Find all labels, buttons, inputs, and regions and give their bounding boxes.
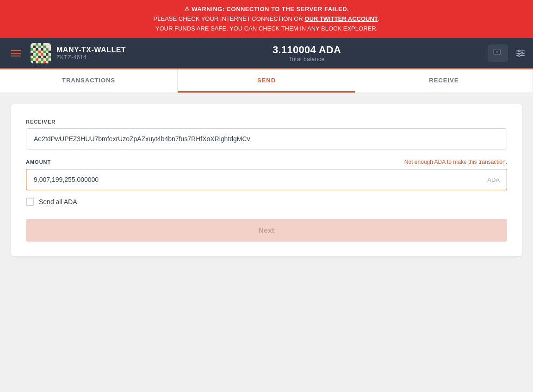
balance-display: 3.110004 ADA Total balance: [273, 44, 341, 62]
tab-transactions[interactable]: TRANSACTIONS: [0, 69, 178, 93]
amount-error: Not enough ADA to make this transaction.: [404, 159, 507, 165]
header-right: ✉ ↑ ↓: [488, 44, 526, 62]
settings-icon: [515, 48, 526, 58]
tab-send[interactable]: SEND: [178, 69, 355, 93]
warning-banner: ⚠ WARNING: CONNECTION TO THE SERVER FAIL…: [0, 0, 533, 38]
svg-rect-13: [49, 50, 51, 53]
send-receive-icon: ✉ ↑ ↓: [488, 44, 508, 62]
svg-rect-16: [41, 53, 43, 56]
nav-tabs: TRANSACTIONS SEND RECEIVE: [0, 69, 533, 93]
send-receive-button[interactable]: ✉ ↑ ↓: [488, 44, 508, 62]
svg-rect-1: [36, 43, 38, 46]
header-left: MANY-TX-WALLET ZKTZ-4614: [7, 43, 126, 63]
receiver-label: RECEIVER: [26, 119, 507, 124]
svg-rect-28: [43, 61, 46, 63]
warning-title: ⚠ WARNING: CONNECTION TO THE SERVER FAIL…: [9, 5, 524, 14]
svg-point-38: [518, 50, 520, 52]
send-all-row: Send all ADA: [26, 198, 507, 206]
svg-rect-23: [36, 58, 38, 61]
ada-suffix: ADA: [487, 176, 500, 183]
amount-input-wrapper: ADA: [26, 169, 507, 190]
settings-button[interactable]: [515, 48, 526, 58]
svg-rect-21: [49, 56, 51, 58]
svg-rect-10: [33, 50, 36, 53]
balance-label: Total balance: [273, 56, 341, 62]
svg-rect-24: [41, 58, 43, 61]
svg-rect-5: [43, 45, 46, 48]
svg-rect-8: [41, 48, 43, 51]
svg-rect-27: [38, 61, 41, 63]
app-header: MANY-TX-WALLET ZKTZ-4614 3.110004 ADA To…: [0, 38, 533, 69]
amount-row: AMOUNT Not enough ADA to make this trans…: [26, 159, 507, 165]
svg-rect-18: [33, 56, 36, 58]
warning-line2: PLEASE CHECK YOUR INTERNET CONNECTION OR…: [9, 14, 524, 24]
svg-text:↓: ↓: [501, 53, 502, 57]
wallet-name: MANY-TX-WALLET: [56, 46, 126, 54]
wallet-avatar: [31, 43, 51, 63]
receiver-input[interactable]: [26, 128, 507, 149]
menu-icon[interactable]: [7, 46, 25, 60]
svg-rect-15: [36, 53, 38, 56]
send-card: RECEIVER AMOUNT Not enough ADA to make t…: [11, 104, 522, 256]
warning-line3: YOUR FUNDS ARE SAFE, YOU CAN CHECK THEM …: [9, 24, 524, 34]
svg-text:✉: ✉: [496, 50, 498, 53]
wallet-id: ZKTZ-4614: [56, 54, 126, 61]
send-all-label[interactable]: Send all ADA: [39, 198, 77, 205]
svg-rect-25: [46, 58, 49, 61]
svg-rect-4: [38, 45, 41, 48]
svg-rect-19: [38, 56, 41, 58]
svg-rect-29: [49, 61, 51, 63]
svg-rect-2: [41, 43, 43, 46]
svg-rect-26: [33, 61, 36, 63]
balance-amount: 3.110004 ADA: [273, 44, 341, 56]
svg-point-39: [521, 52, 523, 54]
svg-point-40: [518, 55, 520, 56]
send-all-checkbox[interactable]: [26, 198, 34, 206]
svg-rect-3: [33, 45, 36, 48]
svg-rect-14: [31, 53, 33, 56]
svg-rect-7: [36, 48, 38, 51]
twitter-link[interactable]: OUR TWITTER ACCOUNT: [304, 15, 378, 22]
svg-rect-22: [31, 58, 33, 61]
svg-rect-20: [43, 56, 46, 58]
tab-receive[interactable]: RECEIVE: [355, 69, 533, 93]
svg-rect-17: [46, 53, 49, 56]
svg-rect-6: [31, 48, 33, 51]
next-button[interactable]: Next: [26, 219, 507, 242]
svg-rect-11: [38, 50, 41, 53]
amount-input[interactable]: [26, 169, 507, 190]
wallet-info: MANY-TX-WALLET ZKTZ-4614: [56, 46, 126, 61]
main-content: RECEIVER AMOUNT Not enough ADA to make t…: [0, 93, 533, 268]
svg-rect-12: [43, 50, 46, 53]
amount-label: AMOUNT: [26, 159, 51, 165]
svg-rect-9: [46, 48, 49, 51]
